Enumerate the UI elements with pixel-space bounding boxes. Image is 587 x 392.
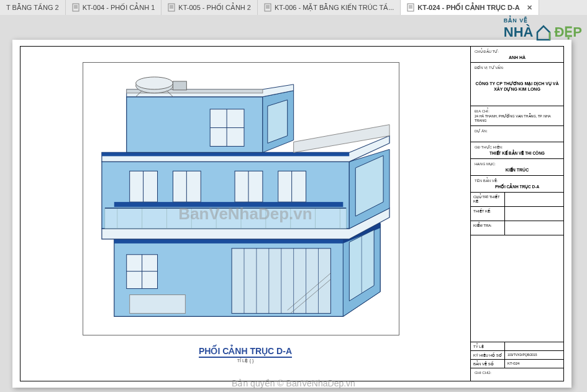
sheet-key: BẢN VẼ SỐ — [471, 360, 505, 368]
tab-kt006[interactable]: KT-006 - MẶT BẰNG KIẾN TRÚC TẦ... — [258, 0, 401, 15]
document-icon — [72, 3, 80, 12]
consultant-label: ĐƠN VỊ TƯ VẤN: — [475, 65, 560, 70]
step-value: THIẾT KẾ BẢN VẼ THI CÔNG — [475, 151, 560, 156]
tab-label: KT-006 - MẶT BẰNG KIẾN TRÚC TẦ... — [275, 4, 394, 12]
svg-rect-0 — [73, 4, 79, 11]
project-label: DỰ ÁN: — [475, 129, 560, 133]
tab-kt004[interactable]: KT-004 - PHỐI CẢNH 1 — [66, 0, 162, 15]
house-icon — [534, 24, 553, 41]
svg-point-72 — [136, 77, 173, 89]
drawing-viewport — [83, 62, 399, 335]
svg-rect-23 — [130, 295, 186, 314]
logo-line2b: ĐẸP — [554, 25, 582, 39]
code-val: 103/TVXD/PQB/2015 — [505, 351, 563, 359]
step-label: GĐ THỰC HIỆN: — [475, 145, 560, 149]
document-icon — [264, 3, 271, 12]
sheet-name-label: TÊN BẢN VẼ: — [475, 178, 560, 183]
consultant-name: CÔNG TY CP THƯƠNG MẠI DỊCH VỤ VÀ XÂY DỰN… — [475, 81, 560, 92]
title-block: CHỦ ĐẦU TƯ: ANH HÀ ĐƠN VỊ TƯ VẤN: CÔNG T… — [470, 47, 563, 381]
tab-kt005[interactable]: KT-005 - PHỐI CẢNH 2 — [162, 0, 258, 15]
svg-rect-73 — [173, 81, 186, 90]
drawing-scale: TỈ LỆ: { } — [199, 358, 292, 363]
svg-rect-62 — [102, 152, 349, 156]
document-icon — [168, 3, 175, 12]
drawing-sheet: PHỐI CẢNH TRỤC D-A TỈ LỆ: { } BanVeNhaDe… — [12, 40, 571, 388]
category-value: KIẾN TRÚC — [475, 168, 560, 173]
sheet-val: KT-024 — [505, 360, 563, 368]
checker-label: KIỂM TRA: — [471, 221, 505, 235]
tab-label: KT-004 - PHỐI CẢNH 1 — [83, 4, 155, 12]
svg-rect-39 — [105, 208, 346, 229]
svg-marker-70 — [268, 100, 288, 144]
address-label: ĐỊA CHỈ: — [475, 109, 560, 113]
svg-rect-8 — [265, 4, 271, 11]
code-key: KÝ HIỆU HỒ SƠ — [471, 351, 505, 359]
logo-line2a: NHÀ — [504, 25, 534, 39]
copyright-text: Bản quyền © BanVeNhaDep.vn — [232, 378, 355, 388]
chief-designer-label: CHỦ TRÌ THIẾT KẾ: — [471, 193, 505, 206]
brand-logo: BẢN VẼ NHÀ ĐẸP — [504, 17, 582, 41]
drawing-region: PHỐI CẢNH TRỤC D-A TỈ LỆ: { } BanVeNhaDe… — [20, 47, 470, 381]
svg-rect-51 — [114, 202, 344, 207]
tab-kt003[interactable]: T BẰNG TẦNG 2 — [0, 0, 66, 15]
designer-label: THIẾT KẾ: — [471, 207, 505, 221]
scale-key: TỶ LỆ — [471, 342, 505, 350]
svg-rect-12 — [407, 4, 414, 11]
owner-name: ANH HÀ — [475, 55, 560, 60]
owner-label: CHỦ ĐẦU TƯ: — [475, 49, 560, 53]
building-perspective — [83, 63, 399, 335]
tab-label: KT-024 - PHỐI CẢNH TRỤC D-A — [417, 4, 519, 12]
sheet-border: PHỐI CẢNH TRỤC D-A TỈ LỆ: { } BanVeNhaDe… — [20, 46, 564, 381]
drawing-title-block: PHỐI CẢNH TRỤC D-A TỈ LỆ: { } — [199, 345, 292, 363]
document-tab-bar: T BẰNG TẦNG 2 KT-004 - PHỐI CẢNH 1 KT-00… — [0, 0, 587, 15]
scale-val — [505, 342, 563, 350]
drawing-title: PHỐI CẢNH TRỤC D-A — [199, 346, 292, 358]
tab-kt024[interactable]: KT-024 - PHỐI CẢNH TRỤC D-A ✕ — [401, 0, 539, 15]
sheet-name-value: PHỐI CẢNH TRỤC D-A — [475, 185, 560, 189]
note-label: GHI CHÚ: — [475, 371, 560, 375]
document-icon — [407, 3, 414, 12]
svg-rect-4 — [168, 4, 175, 11]
close-icon[interactable]: ✕ — [527, 4, 532, 12]
logo-line1: BẢN VẼ — [504, 17, 582, 24]
address-value: 24 HÀ THANH, PHƯỜNG VẠN THẮNG, TP. NHA T… — [475, 114, 560, 123]
tab-label: T BẰNG TẦNG 2 — [6, 4, 59, 12]
category-label: HẠNG MỤC: — [475, 162, 560, 166]
drawing-canvas[interactable]: PHỐI CẢNH TRỤC D-A TỈ LỆ: { } BanVeNhaDe… — [0, 15, 587, 392]
tab-label: KT-005 - PHỐI CẢNH 2 — [178, 4, 251, 12]
